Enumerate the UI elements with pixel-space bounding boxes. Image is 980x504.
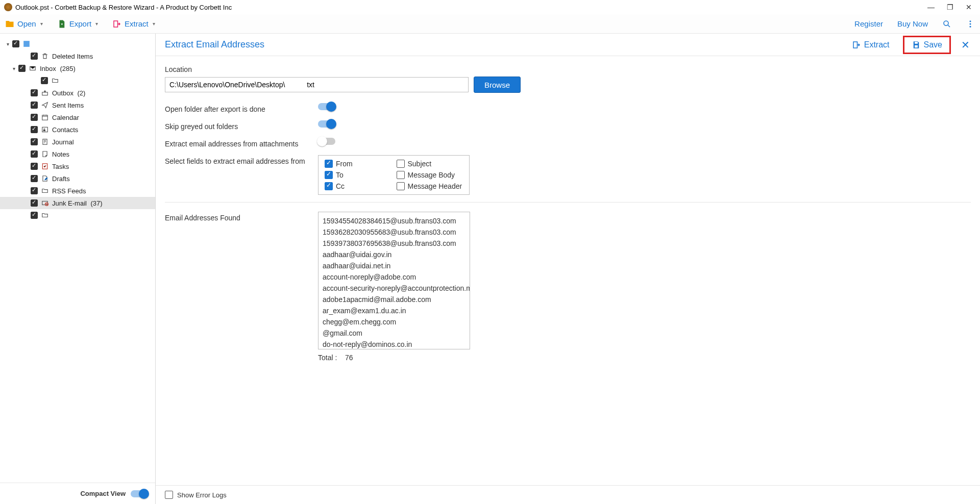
open-after-toggle[interactable] xyxy=(318,103,335,110)
tree-root[interactable]: ▾ xyxy=(0,38,155,50)
location-input[interactable] xyxy=(165,77,469,92)
field-header[interactable]: Message Header xyxy=(397,182,463,190)
close-panel-icon[interactable]: ✕ xyxy=(960,39,971,51)
svg-rect-7 xyxy=(42,115,48,120)
open-label: Open xyxy=(17,19,36,28)
minimize-icon[interactable]: — xyxy=(927,3,935,11)
email-row[interactable]: aadhaar@uidai.gov.in xyxy=(323,249,465,260)
email-row[interactable]: 15934554028384615@usub.ftrans03.com xyxy=(323,215,465,226)
tree-checkbox[interactable] xyxy=(31,163,38,170)
tree-checkbox[interactable] xyxy=(31,175,38,182)
export-button[interactable]: Export ▾ xyxy=(57,19,98,29)
close-window-icon[interactable]: ✕ xyxy=(966,3,972,11)
email-row[interactable]: account-noreply@adobe.com xyxy=(323,271,465,283)
tree-checkbox[interactable] xyxy=(31,150,38,158)
maximize-icon[interactable]: ❐ xyxy=(947,3,953,11)
tree-item[interactable]: Outbox (2) xyxy=(0,87,155,99)
tree-item[interactable] xyxy=(0,209,155,221)
folder-tree: ▾ Deleted Items▾Inbox (285)Outbox (2)Sen… xyxy=(0,34,155,483)
email-row[interactable]: do-not-reply@dominos.co.in xyxy=(323,339,465,349)
save-button[interactable]: Save xyxy=(908,38,946,52)
emails-listbox[interactable]: 15934554028384615@usub.ftrans03.com15936… xyxy=(318,212,470,349)
tree-checkbox[interactable] xyxy=(31,102,38,109)
tree-item[interactable]: Tasks xyxy=(0,160,155,172)
field-subject[interactable]: Subject xyxy=(397,160,463,168)
folder-icon xyxy=(41,211,49,219)
save-highlight: Save xyxy=(903,36,951,54)
folder-sidebar: ▾ Deleted Items▾Inbox (285)Outbox (2)Sen… xyxy=(0,34,156,504)
field-cc[interactable]: Cc xyxy=(325,182,391,190)
tree-item[interactable]: ▾Inbox (285) xyxy=(0,62,155,74)
tree-item[interactable]: Drafts xyxy=(0,172,155,185)
field-body[interactable]: Message Body xyxy=(397,171,463,179)
email-row[interactable]: @gmail.com xyxy=(323,327,465,339)
svg-point-2 xyxy=(970,23,971,24)
chevron-down-icon: ▾ xyxy=(153,21,155,27)
export-label: Export xyxy=(69,19,91,28)
tree-item-label: Deleted Items xyxy=(52,53,93,60)
tree-checkbox[interactable] xyxy=(31,212,38,219)
tree-checkbox[interactable] xyxy=(31,138,38,145)
subject-checkbox[interactable] xyxy=(397,160,405,168)
tree-checkbox[interactable] xyxy=(18,65,26,72)
tree-item[interactable]: Contacts xyxy=(0,123,155,136)
folder-open-icon xyxy=(5,19,14,29)
skip-greyed-label: Skip greyed out folders xyxy=(165,120,318,131)
field-to[interactable]: To xyxy=(325,171,391,179)
from-checkbox[interactable] xyxy=(325,160,333,168)
cc-checkbox[interactable] xyxy=(325,182,333,190)
chevron-down-icon: ▾ xyxy=(95,21,98,27)
email-row[interactable]: account-security-noreply@accountprotecti… xyxy=(323,283,465,294)
open-button[interactable]: Open ▾ xyxy=(5,19,43,29)
email-row[interactable]: chegg@em.chegg.com xyxy=(323,316,465,327)
show-logs-checkbox[interactable] xyxy=(165,491,173,499)
tree-checkbox[interactable] xyxy=(31,126,38,133)
extract-action-label: Extract xyxy=(864,40,890,49)
body-checkbox[interactable] xyxy=(397,171,405,179)
tree-item[interactable]: RSS Feeds xyxy=(0,185,155,197)
tree-item-label: Notes xyxy=(52,150,69,158)
titlebar: Outlook.pst - Corbett Backup & Restore W… xyxy=(0,0,980,14)
register-link[interactable]: Register xyxy=(854,19,883,28)
search-icon[interactable] xyxy=(942,19,951,29)
tree-checkbox[interactable] xyxy=(31,187,38,194)
tree-item[interactable] xyxy=(0,74,155,87)
tree-checkbox[interactable] xyxy=(31,114,38,121)
header-checkbox[interactable] xyxy=(397,182,405,190)
field-from[interactable]: From xyxy=(325,160,391,168)
open-after-label: Open folder after export is done xyxy=(165,103,318,113)
tree-checkbox[interactable] xyxy=(31,89,38,96)
tree-item[interactable]: Journal xyxy=(0,136,155,148)
extract-action-button[interactable]: Extract xyxy=(848,38,894,52)
tree-checkbox[interactable] xyxy=(41,77,48,84)
tree-item[interactable]: Calendar xyxy=(0,111,155,123)
window-title: Outlook.pst - Corbett Backup & Restore W… xyxy=(15,4,927,11)
tree-checkbox[interactable] xyxy=(31,199,38,207)
email-row[interactable]: 15939738037695638@usub.ftrans03.com xyxy=(323,238,465,249)
show-logs-label: Show Error Logs xyxy=(177,491,227,499)
tree-checkbox[interactable] xyxy=(31,53,38,60)
compact-view-toggle[interactable] xyxy=(131,490,148,497)
email-row[interactable]: adobe1apacmid@mail.adobe.com xyxy=(323,294,465,305)
tree-item[interactable]: Sent Items xyxy=(0,99,155,111)
more-icon[interactable] xyxy=(966,19,975,29)
buy-now-link[interactable]: Buy Now xyxy=(897,19,928,28)
email-row[interactable]: aadhaar@uidai.net.in xyxy=(323,260,465,271)
select-fields-label: Select fields to extract email addresses… xyxy=(165,155,318,165)
extract-attach-toggle[interactable] xyxy=(318,138,335,145)
email-row[interactable]: 15936282030955683@usub.ftrans03.com xyxy=(323,226,465,238)
tree-checkbox[interactable] xyxy=(12,40,19,47)
expander-icon[interactable]: ▾ xyxy=(4,41,11,47)
fields-box: From Subject To Message Body Cc Message … xyxy=(318,155,470,195)
expander-icon[interactable]: ▾ xyxy=(10,66,17,71)
tree-item[interactable]: Notes xyxy=(0,148,155,160)
extract-button[interactable]: Extract ▾ xyxy=(112,19,155,29)
tree-item[interactable]: Junk E-mail (37) xyxy=(0,197,155,209)
skip-greyed-toggle[interactable] xyxy=(318,120,335,128)
tree-item-label: Tasks xyxy=(52,163,69,170)
email-row[interactable]: ar_exam@exam1.du.ac.in xyxy=(323,305,465,316)
to-checkbox[interactable] xyxy=(325,171,333,179)
svg-rect-15 xyxy=(915,45,918,47)
browse-button[interactable]: Browse xyxy=(474,77,521,93)
tree-item[interactable]: Deleted Items xyxy=(0,50,155,62)
